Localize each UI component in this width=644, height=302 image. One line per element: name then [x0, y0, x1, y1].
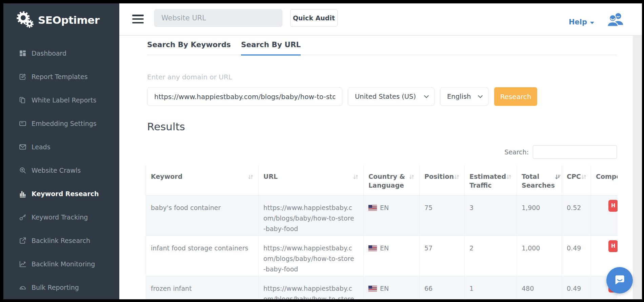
table-search-input[interactable] [533, 145, 617, 159]
brand-logo[interactable]: SEOptimer [15, 10, 100, 30]
tab-search-by-url[interactable]: Search By URL [241, 40, 301, 55]
white-label-reports-icon [19, 96, 27, 104]
column-header-total-searches[interactable]: Total Searches [517, 165, 562, 195]
results-table: KeywordURLCountry & LanguagePositionEsti… [146, 165, 618, 299]
search-tabs: Search By Keywords Search By URL [147, 40, 617, 55]
cell-url: https://www.happiestbaby.com/blogs/baby/… [259, 276, 364, 299]
sidebar-item-keyword-research[interactable]: Keyword Research [3, 182, 119, 205]
account-users-button[interactable] [606, 12, 624, 28]
sidebar-item-white-label-reports[interactable]: White Label Reports [3, 88, 119, 112]
table-header-row: KeywordURLCountry & LanguagePositionEsti… [146, 165, 618, 195]
screenshot-frame: SEOptimer DashboardReport TemplatesWhite… [0, 0, 644, 302]
website-crawls-icon [19, 166, 27, 174]
cell-estimated-traffic: 1 [465, 276, 517, 299]
research-form: United States (US) English Research [147, 87, 617, 106]
country-select[interactable]: United States (US) [348, 87, 435, 106]
research-button[interactable]: Research [494, 87, 537, 106]
sidebar-item-label: Website Crawls [32, 167, 81, 174]
sidebar-nav: DashboardReport TemplatesWhite Label Rep… [3, 41, 119, 299]
domain-url-input[interactable] [147, 87, 342, 106]
results-title: Results [147, 120, 185, 133]
language-code: EN [380, 243, 389, 253]
domain-input-label: Enter any domain or URL [147, 73, 232, 81]
sidebar-item-label: Keyword Tracking [32, 213, 88, 221]
column-label: URL [263, 172, 278, 181]
column-label: Estimated Traffic [469, 172, 506, 190]
table-row: frozen infanthttps://www.happiestbaby.co… [146, 276, 618, 299]
sort-both-icon [454, 173, 460, 182]
help-menu[interactable]: Help [569, 18, 594, 26]
language-selected-value: English [447, 93, 471, 100]
cell-position: 57 [420, 235, 465, 276]
sidebar-item-leads[interactable]: Leads [3, 135, 119, 158]
language-code: EN [380, 283, 389, 294]
cell-keyword: baby's food container [146, 195, 259, 235]
leads-icon [19, 143, 27, 151]
sidebar-item-label: Keyword Research [32, 190, 99, 197]
sidebar-item-label: White Label Reports [32, 96, 96, 104]
sort-both-icon [581, 173, 587, 182]
sort-desc-icon [555, 173, 561, 182]
sort-both-icon [506, 173, 512, 182]
backlink-monitoring-icon [19, 260, 27, 268]
column-label: Country & Language [368, 172, 409, 190]
column-header-position[interactable]: Position [420, 165, 465, 195]
cell-keyword: frozen infant [146, 276, 259, 299]
cell-position: 75 [420, 195, 465, 235]
column-header-url[interactable]: URL [259, 165, 364, 195]
sidebar-item-keyword-tracking[interactable]: Keyword Tracking [3, 205, 119, 229]
us-flag-icon [368, 205, 377, 211]
chat-icon [612, 273, 627, 288]
scrollbar-track[interactable] [633, 36, 642, 299]
cell-competition: H [591, 195, 618, 235]
chat-launcher-button[interactable] [606, 267, 633, 294]
report-templates-icon [19, 73, 27, 81]
table-search-label: Search: [502, 148, 529, 156]
cell-cpc: 0.52 [562, 195, 591, 235]
main-panel: Search By Keywords Search By URL Enter a… [119, 36, 642, 299]
column-label: Competition [596, 172, 618, 181]
chevron-down-icon [478, 93, 483, 98]
hamburger-menu-icon[interactable] [132, 15, 144, 23]
sidebar-item-label: Bulk Reporting [32, 284, 79, 291]
table-row: infant food storage containershttps://ww… [146, 235, 618, 276]
help-label: Help [569, 18, 587, 26]
app-window: SEOptimer DashboardReport TemplatesWhite… [3, 3, 642, 299]
language-select[interactable]: English [440, 87, 488, 106]
sidebar-item-report-templates[interactable]: Report Templates [3, 65, 119, 88]
column-header-country-language[interactable]: Country & Language [364, 165, 420, 195]
sidebar-item-label: Dashboard [32, 50, 66, 57]
topbar-website-url-input[interactable] [154, 9, 282, 27]
sidebar-item-label: Backlink Research [32, 237, 90, 244]
sidebar-item-label: Embedding Settings [32, 120, 97, 127]
sidebar-item-bulk-reporting[interactable]: Bulk Reporting [3, 276, 119, 299]
sidebar-item-label: Leads [32, 143, 51, 151]
table-row: baby's food containerhttps://www.happies… [146, 195, 618, 235]
column-header-estimated-traffic[interactable]: Estimated Traffic [465, 165, 517, 195]
cell-url: https://www.happiestbaby.com/blogs/baby/… [259, 235, 364, 276]
tab-search-by-keywords[interactable]: Search By Keywords [147, 40, 231, 55]
cell-estimated-traffic: 2 [465, 235, 517, 276]
competition-badge-high: H [608, 200, 618, 212]
sort-both-icon [353, 173, 359, 182]
chevron-down-icon [590, 22, 594, 24]
sort-both-icon [248, 173, 254, 182]
sidebar-item-embedding-settings[interactable]: Embedding Settings [3, 112, 119, 135]
sidebar-item-dashboard[interactable]: Dashboard [3, 41, 119, 65]
quick-audit-button[interactable]: Quick Audit [290, 9, 338, 27]
competition-badge-high: H [608, 240, 618, 252]
sidebar-item-backlink-monitoring[interactable]: Backlink Monitoring [3, 252, 119, 276]
column-header-keyword[interactable]: Keyword [146, 165, 259, 195]
column-label: CPC [567, 172, 581, 181]
chevron-down-icon [424, 93, 429, 98]
backlink-research-icon [19, 237, 27, 245]
topbar: Quick Audit Help [119, 3, 642, 36]
sidebar-item-label: Report Templates [32, 73, 88, 80]
us-flag-icon [368, 245, 377, 251]
cell-estimated-traffic: 3 [465, 195, 517, 235]
column-header-cpc[interactable]: CPC [562, 165, 591, 195]
column-header-competition[interactable]: Competition [591, 165, 618, 195]
sidebar-item-website-crawls[interactable]: Website Crawls [3, 158, 119, 182]
sidebar-item-backlink-research[interactable]: Backlink Research [3, 229, 119, 252]
language-code: EN [380, 203, 389, 213]
